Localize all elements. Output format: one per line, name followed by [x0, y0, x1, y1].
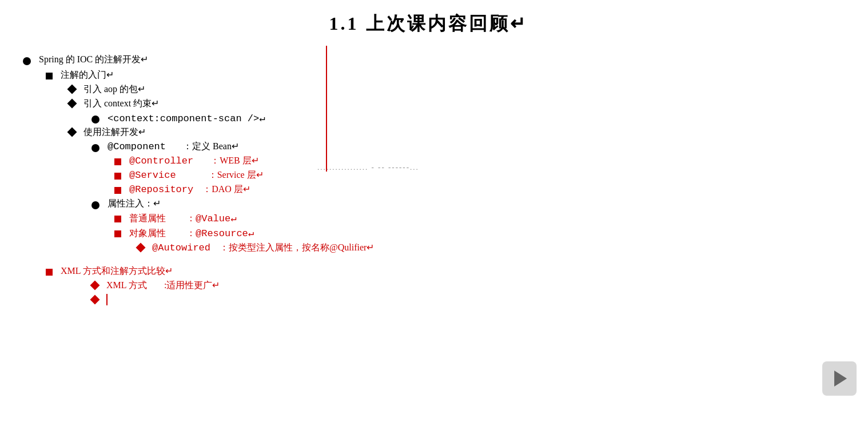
bullet-square-red: [114, 158, 121, 165]
content-area: 1.1 上次课内容回顾↵ ................. - -- ----…: [0, 0, 868, 430]
text-cursor: [106, 294, 107, 305]
bullet-square-red: [114, 173, 121, 180]
list-item: @Service：Service 层↵: [114, 169, 834, 181]
list-item: Spring 的 IOC 的注解开发↵: [23, 54, 834, 66]
item-text: XML 方式和注解方式比较↵: [61, 265, 173, 277]
list-item: 引入 context 约束↵: [69, 98, 834, 110]
item-text: 注解的入门↵: [61, 69, 114, 81]
item-text: @Repository：DAO 层↵: [129, 184, 250, 196]
bullet-circle-black: [91, 144, 99, 152]
bullet-square-black: [46, 73, 53, 79]
bullet-diamond-black: [67, 128, 77, 137]
outline-content: Spring 的 IOC 的注解开发↵ 注解的入门↵ 引入 aop 的包↵ 引入…: [23, 54, 834, 305]
bullet-diamond-red: [90, 295, 100, 305]
list-item: [91, 294, 834, 305]
bullet-circle-black: [23, 57, 31, 65]
play-button[interactable]: [822, 361, 857, 396]
list-item: @Component：定义 Bean↵: [91, 141, 834, 153]
bullet-square-red: [114, 216, 121, 222]
item-text: 使用注解开发↵: [83, 126, 146, 138]
page-container: 1.1 上次课内容回顾↵ ................. - -- ----…: [0, 0, 868, 430]
item-text: 普通属性：@Value↵: [129, 212, 236, 225]
item-text: @Service：Service 层↵: [129, 169, 264, 181]
item-text: [106, 294, 107, 305]
bullet-circle-black: [91, 201, 99, 209]
list-item: 引入 aop 的包↵: [69, 83, 834, 95]
list-item: <context:component-scan />↵: [91, 112, 834, 124]
bullet-square-red: [46, 269, 53, 276]
list-item: @Repository：DAO 层↵: [114, 184, 834, 196]
play-icon: [834, 371, 847, 387]
item-text: @Controller：WEB 层↵: [129, 155, 259, 167]
list-item: 普通属性：@Value↵: [114, 212, 834, 225]
bullet-diamond-black: [67, 99, 77, 109]
bullet-diamond-red: [90, 281, 100, 290]
annotation-dots: ................. - -- ------...: [317, 163, 419, 172]
item-text: @Autowired：按类型注入属性，按名称@Qulifier↵: [152, 242, 374, 254]
list-item: XML 方式:适用性更广↵: [91, 280, 834, 292]
list-item: 注解的入门↵: [46, 69, 834, 81]
item-text: XML 方式:适用性更广↵: [106, 280, 220, 292]
item-text: 引入 context 约束↵: [83, 98, 159, 110]
list-item: @Controller：WEB 层↵: [114, 155, 834, 167]
bullet-square-red: [114, 187, 121, 194]
list-item: 使用注解开发↵: [69, 126, 834, 138]
list-item: 对象属性：@Resource↵: [114, 227, 834, 240]
list-item: XML 方式和注解方式比较↵: [46, 265, 834, 277]
item-text: @Component：定义 Bean↵: [107, 141, 239, 153]
item-text: 属性注入：↵: [107, 198, 161, 210]
list-item: @Autowired：按类型注入属性，按名称@Qulifier↵: [137, 242, 834, 254]
item-text: <context:component-scan />↵: [107, 112, 265, 124]
bullet-diamond-black: [67, 85, 77, 94]
list-item: 属性注入：↵: [91, 198, 834, 210]
bullet-diamond-red: [136, 243, 146, 253]
bullet-square-red: [114, 230, 121, 237]
item-text: 对象属性：@Resource↵: [129, 227, 254, 240]
cursor-vertical-line: [326, 46, 327, 172]
page-title: 1.1 上次课内容回顾↵: [23, 11, 834, 37]
item-text: Spring 的 IOC 的注解开发↵: [39, 54, 148, 66]
bullet-circle-black: [91, 116, 99, 124]
item-text: 引入 aop 的包↵: [83, 83, 145, 95]
